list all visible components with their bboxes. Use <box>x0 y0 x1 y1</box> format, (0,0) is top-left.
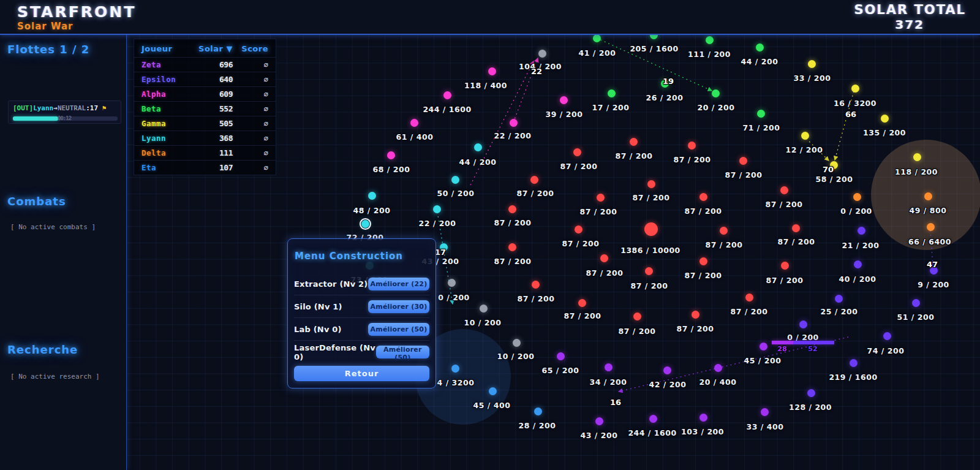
planet-dot[interactable] <box>510 119 518 127</box>
planet-dot[interactable] <box>699 414 707 422</box>
planet-dot[interactable] <box>851 85 859 93</box>
planet-dot[interactable] <box>881 115 889 123</box>
planet-dot[interactable] <box>720 227 728 235</box>
planet-dot[interactable] <box>605 363 612 371</box>
planet-dot[interactable] <box>410 119 418 127</box>
upgrade-button[interactable]: Améliorer (50) <box>368 323 429 336</box>
planet-label: 41 / 200 <box>579 48 616 58</box>
planet-dot[interactable] <box>761 408 769 416</box>
planet-dot[interactable] <box>600 254 608 262</box>
planet-dot[interactable] <box>593 34 601 42</box>
player-solar: 696 <box>176 60 233 69</box>
leaderboard-row-zeta: Zeta696∅ <box>134 57 276 72</box>
planet-dot[interactable] <box>508 243 516 251</box>
planet-dot[interactable] <box>692 311 699 319</box>
planet-dot[interactable] <box>368 192 376 200</box>
planet-dot[interactable] <box>630 138 638 146</box>
fleet-summary: [OUT]Lyann→NEUTRAL:17 ⚑ <box>13 104 106 112</box>
planet-dot[interactable] <box>480 305 488 313</box>
planet-dot[interactable] <box>595 417 603 425</box>
planet-dot[interactable] <box>924 192 932 200</box>
planet-dot[interactable] <box>699 193 707 201</box>
planet-dot[interactable] <box>513 339 521 347</box>
planet-dot[interactable] <box>448 279 456 287</box>
planet-dot[interactable] <box>560 96 568 104</box>
planet-label: 87 / 200 <box>560 162 598 171</box>
fleet-list-item[interactable]: [OUT]Lyann→NEUTRAL:17 ⚑ 00:12 <box>8 100 121 124</box>
player-score: ∅ <box>233 149 268 157</box>
planet-dot[interactable] <box>781 262 789 270</box>
planet-label: 244 / 1600 <box>423 105 471 114</box>
planet-label: 66 / 6400 <box>908 237 951 246</box>
planet-dot[interactable] <box>858 227 865 235</box>
planet-dot[interactable] <box>474 143 482 151</box>
column-joueur[interactable]: Joueur <box>141 44 176 53</box>
planet-dot[interactable] <box>575 226 582 233</box>
player-score: ∅ <box>233 119 268 128</box>
planet-dot[interactable] <box>807 389 815 397</box>
player-score: ∅ <box>233 75 268 84</box>
planet-dot[interactable] <box>739 157 747 165</box>
planet-dot[interactable] <box>538 50 546 58</box>
planet-dot[interactable] <box>850 359 858 367</box>
planet-dot[interactable] <box>706 36 714 44</box>
retour-button[interactable]: Retour <box>294 366 429 381</box>
planet-dot[interactable] <box>557 352 565 360</box>
planet-dot[interactable] <box>534 407 542 415</box>
planet-dot[interactable] <box>756 44 764 51</box>
planet-dot[interactable] <box>801 132 809 140</box>
planet-label: 87 / 200 <box>518 294 555 303</box>
planet-dot[interactable] <box>853 193 861 201</box>
planet-dot[interactable] <box>433 205 441 213</box>
planet-dot[interactable] <box>645 267 653 275</box>
fleet-target: NEUTRAL <box>58 104 86 112</box>
planet-dot[interactable] <box>808 60 816 68</box>
planet-dot[interactable] <box>361 220 369 228</box>
fleet-owner: Lyann <box>33 104 53 112</box>
planet-dot[interactable] <box>573 148 581 156</box>
planet-dot[interactable] <box>649 415 657 423</box>
planet-dot[interactable] <box>927 223 935 231</box>
planet-dot[interactable] <box>647 180 655 188</box>
planet-dot[interactable] <box>780 186 788 194</box>
planet-label: 87 / 200 <box>685 207 722 216</box>
planet-dot[interactable] <box>760 343 767 351</box>
planet-dot[interactable] <box>578 299 586 307</box>
column-solar-sort[interactable]: Solar ▼ <box>176 44 233 53</box>
planet-dot[interactable] <box>799 320 807 328</box>
planet-dot[interactable] <box>608 89 616 97</box>
planet-dot[interactable] <box>757 110 765 118</box>
planet-dot[interactable] <box>451 365 459 373</box>
planet-dot[interactable] <box>912 299 920 307</box>
app-subtitle: Solar War <box>17 21 74 32</box>
planet-dot[interactable] <box>508 205 516 213</box>
planet-dot[interactable] <box>883 332 891 340</box>
planet-dot[interactable] <box>792 224 800 232</box>
upgrade-button[interactable]: Améliorer (50) <box>376 346 429 358</box>
planet-dot[interactable] <box>451 176 459 184</box>
planet-dot[interactable] <box>688 142 696 150</box>
planet-dot[interactable] <box>387 151 395 159</box>
planet-dot[interactable] <box>714 364 722 372</box>
planet-dot[interactable] <box>633 313 641 320</box>
planet-dot[interactable] <box>835 295 843 303</box>
player-name: Beta <box>141 104 176 113</box>
column-score[interactable]: Score <box>233 44 268 53</box>
planet-dot[interactable] <box>488 67 496 75</box>
upgrade-button[interactable]: Améliorer (30) <box>368 300 429 313</box>
planet-dot[interactable] <box>699 257 707 265</box>
planet-dot[interactable] <box>854 260 862 268</box>
planet-dot[interactable] <box>532 281 540 289</box>
planet-dot[interactable] <box>663 366 671 374</box>
planet-dot[interactable] <box>597 194 605 202</box>
planet-label: 87 / 200 <box>677 324 714 333</box>
planet-dot[interactable] <box>530 176 538 184</box>
planet-dot[interactable] <box>745 294 753 301</box>
planet-dot[interactable] <box>644 222 658 236</box>
planet-dot[interactable] <box>443 91 451 99</box>
planet-dot[interactable] <box>489 387 497 395</box>
upgrade-button[interactable]: Améliorer (22) <box>368 278 429 290</box>
planet-dot[interactable] <box>712 89 720 97</box>
planet-label: 58 / 200 <box>816 175 853 184</box>
planet-dot[interactable] <box>913 153 921 161</box>
